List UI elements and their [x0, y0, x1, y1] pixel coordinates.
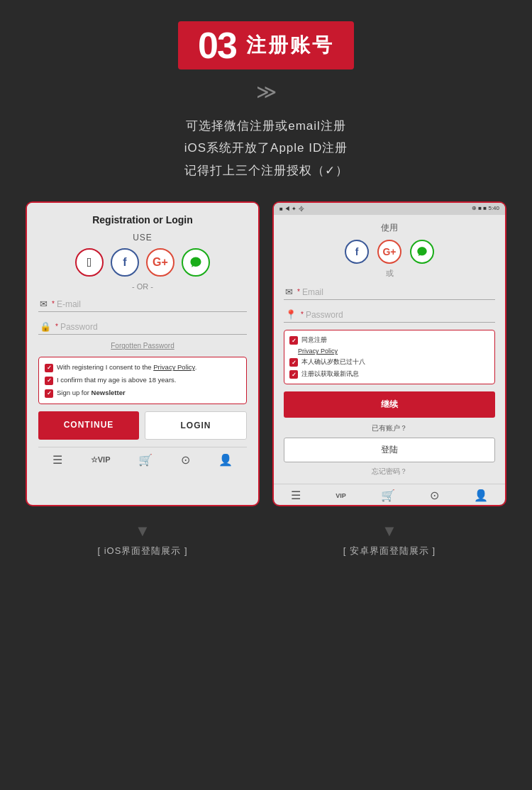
android-cb-4-text: 注册以获取最新讯息	[301, 369, 359, 379]
android-email-placeholder: Email	[302, 287, 323, 297]
android-social-icons: f G+	[284, 240, 495, 264]
ios-nav-vip[interactable]: ☆VIP	[91, 455, 111, 464]
android-facebook-icon[interactable]: f	[345, 240, 369, 264]
android-down-arrow-icon: ▼	[382, 522, 397, 540]
android-cb-1[interactable]: 同意注册	[289, 335, 489, 345]
ios-email-input[interactable]: ✉ * E-mail	[38, 296, 247, 312]
ios-cb-3[interactable]: Sign up for Newsletter	[45, 389, 240, 398]
android-caption: [ 安卓界面登陆展示 ]	[343, 545, 436, 557]
status-left: ■ ◀ ✦ 令	[279, 205, 304, 213]
android-cb-check-4	[289, 370, 298, 379]
android-cb-3-text: 本人确认岁数已过十八	[301, 357, 365, 367]
ios-cb-1-text: With registering I consent to the Privac…	[57, 363, 196, 372]
android-wechat-icon[interactable]	[410, 240, 434, 264]
pw-req-dot: *	[55, 323, 58, 330]
login-button[interactable]: LOGIN	[145, 411, 247, 440]
android-nav-check[interactable]: ⊙	[430, 489, 439, 502]
android-nav-cart[interactable]: 🛒	[381, 489, 395, 502]
android-label-col: ▼ [ 安卓界面登陆展示 ]	[272, 522, 506, 557]
android-email-icon: ✉	[285, 286, 293, 297]
email-req-dot: *	[52, 300, 55, 308]
ios-cb-3-text: Sign up for Newsletter	[57, 389, 126, 397]
ios-checkbox-box: With registering I consent to the Privac…	[38, 357, 247, 404]
google-icon[interactable]: G+	[146, 248, 174, 277]
android-checkbox-box: 同意注册 Privacy Policy 本人确认岁数已过十八 注册以获取最新讯息	[284, 330, 495, 384]
android-google-icon[interactable]: G+	[377, 240, 401, 264]
continue-button[interactable]: CONTINUE	[38, 411, 139, 440]
android-email-input[interactable]: ✉ * Email	[284, 284, 495, 300]
ios-cb-1[interactable]: With registering I consent to the Privac…	[45, 363, 240, 372]
android-main-content: 使用 f G+ 或 ✉ * Email	[274, 215, 505, 484]
ios-bottom-nav: ☰ ☆VIP 🛒 ⊙ 👤	[38, 447, 247, 469]
android-cb-4[interactable]: 注册以获取最新讯息	[289, 369, 489, 379]
cb-check-1	[45, 364, 53, 372]
ios-buttons-row: CONTINUE LOGIN	[38, 411, 247, 440]
android-bottom-nav: ☰ VIP 🛒 ⊙ 👤	[274, 484, 505, 505]
status-right: ⊕ ■ ■ 5:40	[472, 205, 499, 213]
android-nav-home[interactable]: ☰	[291, 489, 301, 502]
desc-line3: 记得打上三个注册授权（✓）	[184, 160, 348, 182]
android-cb-3[interactable]: 本人确认岁数已过十八	[289, 357, 489, 367]
android-submit-button[interactable]: 继续	[284, 391, 495, 418]
ios-social-icons:  f G+	[38, 248, 247, 277]
desc-line2: iOS系统开放了Apple ID注册	[184, 137, 348, 159]
ios-cb-2-text: I confirm that my age is above 18 years.	[57, 376, 176, 384]
android-lock-icon: 📍	[285, 309, 297, 320]
ios-nav-check[interactable]: ⊙	[181, 453, 190, 467]
android-forgot-password[interactable]: 忘记密码？	[284, 467, 495, 477]
android-cb-2-text: Privacy Policy	[298, 347, 338, 355]
facebook-icon[interactable]: f	[111, 248, 139, 277]
apple-icon[interactable]: 	[75, 248, 104, 277]
android-cb-2[interactable]: Privacy Policy	[289, 347, 489, 355]
header-badge: 03 注册账号	[178, 21, 354, 69]
ios-cb-2[interactable]: I confirm that my age is above 18 years.	[45, 376, 240, 385]
android-nav-vip[interactable]: VIP	[336, 492, 346, 499]
phones-labels-row: ▼ [ iOS界面登陆展示 ] ▼ [ 安卓界面登陆展示 ]	[0, 522, 532, 557]
android-phone-content: ■ ◀ ✦ 令 ⊕ ■ ■ 5:40 使用 f G+ 或 ✉	[274, 203, 505, 505]
android-phone-frame: ■ ◀ ✦ 令 ⊕ ■ ■ 5:40 使用 f G+ 或 ✉	[272, 201, 506, 506]
ios-phone-content: Registration or Login USE  f G+ - OR - …	[27, 203, 258, 477]
android-cb-check-1	[289, 336, 298, 345]
ios-reg-title: Registration or Login	[38, 214, 247, 226]
ios-forgot-password[interactable]: Forgotten Password	[38, 342, 247, 350]
description-block: 可选择微信注册或email注册 iOS系统开放了Apple ID注册 记得打上三…	[184, 115, 348, 182]
step-number: 03	[198, 27, 236, 64]
step-title: 注册账号	[246, 32, 334, 59]
android-cb-check-3	[289, 358, 298, 367]
ios-label-col: ▼ [ iOS界面登陆展示 ]	[26, 522, 260, 557]
android-use-label: 使用	[284, 222, 495, 234]
ios-caption: [ iOS界面登陆展示 ]	[97, 545, 187, 557]
desc-line1: 可选择微信注册或email注册	[184, 115, 348, 137]
phones-row: Registration or Login USE  f G+ - OR - …	[0, 201, 532, 506]
ios-nav-home[interactable]: ☰	[52, 453, 62, 467]
android-or-label: 或	[284, 268, 495, 279]
cb-check-3	[45, 389, 53, 398]
android-pw-placeholder: Password	[306, 310, 343, 320]
ios-or-label: - OR -	[38, 282, 247, 291]
ios-nav-user[interactable]: 👤	[218, 453, 233, 467]
ios-use-label: USE	[38, 233, 247, 243]
ios-password-input[interactable]: 🔒 * Password	[38, 319, 247, 335]
ios-down-arrow-icon: ▼	[135, 522, 150, 540]
android-login-button[interactable]: 登陆	[284, 438, 495, 462]
ios-email-placeholder: E-mail	[57, 299, 81, 309]
lock-icon: 🔒	[40, 321, 51, 332]
android-has-account: 已有账户？	[284, 423, 495, 433]
android-cb-1-text: 同意注册	[301, 335, 327, 345]
ios-phone-frame: Registration or Login USE  f G+ - OR - …	[26, 201, 260, 506]
ios-nav-cart[interactable]: 🛒	[138, 453, 153, 467]
cb-check-2	[45, 377, 53, 385]
ios-pw-placeholder: Password	[60, 322, 98, 332]
android-status-bar: ■ ◀ ✦ 令 ⊕ ■ ■ 5:40	[274, 203, 505, 215]
android-password-input[interactable]: 📍 * Password	[284, 307, 495, 323]
android-nav-user[interactable]: 👤	[474, 489, 488, 502]
wechat-icon[interactable]	[182, 248, 210, 277]
email-icon: ✉	[40, 299, 48, 309]
chevron-down-icon: ≫	[256, 82, 277, 102]
